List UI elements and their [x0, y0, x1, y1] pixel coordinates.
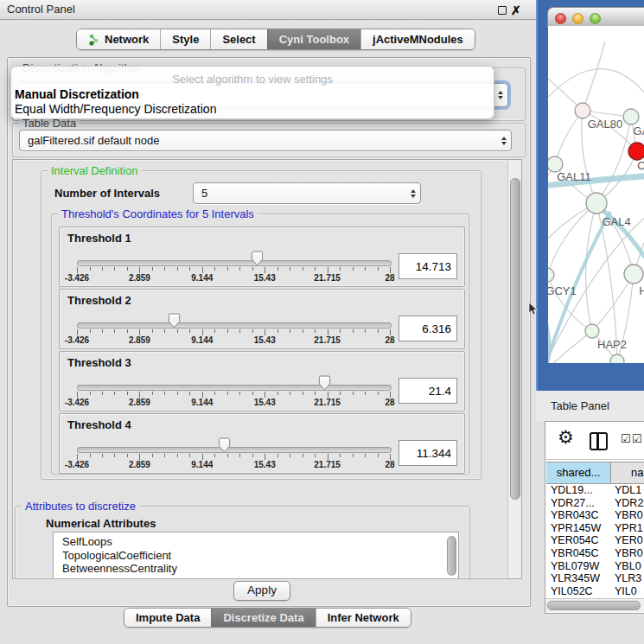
threshold-4-slider-track[interactable] — [77, 447, 392, 453]
network-node-label: HAP2 — [597, 338, 627, 351]
tab-label: Impute Data — [136, 611, 200, 624]
table-row[interactable]: YIL052CYIL0 — [546, 585, 644, 597]
traffic-light-close-icon[interactable] — [555, 13, 566, 24]
network-node-gal4[interactable] — [586, 193, 607, 214]
tick-label: 15.43 — [254, 398, 276, 407]
table-row[interactable]: YBL079WYBL0 — [546, 560, 644, 573]
apply-button[interactable]: Apply — [233, 581, 290, 601]
column-header-shared-name[interactable]: shared... — [546, 462, 611, 484]
tick-label: 9.144 — [191, 398, 213, 407]
table-hscrollbar-thumb[interactable] — [547, 601, 641, 610]
tick-label: -3.426 — [65, 398, 89, 407]
network-node-hap2[interactable] — [585, 324, 599, 338]
tick-label: 28 — [385, 335, 394, 345]
column-header-name[interactable]: na — [611, 462, 644, 484]
network-node-label: GAL4 — [602, 215, 630, 228]
close-icon[interactable]: ✗ — [511, 1, 521, 20]
network-canvas[interactable]: GAL80GACGAL11GAL4GCY1HHAP2 — [548, 26, 644, 363]
threshold-2-slider-thumb[interactable] — [168, 313, 181, 328]
threshold-4-slider-thumb[interactable] — [218, 437, 231, 453]
popup-option-manual-discretization[interactable]: Manual Discretization — [15, 87, 139, 101]
numerical-attributes-list[interactable]: SelfLoopsTopologicalCoefficientBetweenne… — [53, 532, 459, 579]
combo-arrows-icon[interactable] — [497, 137, 511, 145]
checkbox-checked-icon[interactable]: ☑ — [621, 432, 631, 445]
tab-label: jActiveMNodules — [373, 33, 463, 46]
thresholds-group-title: Threshold's Coordinates for 5 Intervals — [58, 207, 258, 220]
table-hscrollbar-track[interactable] — [545, 598, 644, 612]
tab-network[interactable]: Network — [77, 29, 160, 49]
table-row[interactable]: YLR345WYLR3 — [546, 572, 644, 585]
float-window-icon[interactable] — [498, 6, 507, 15]
spinner-arrows-icon[interactable] — [406, 189, 420, 198]
tick-label: 21.715 — [314, 460, 341, 469]
tick-label: 21.715 — [314, 335, 341, 345]
tick-label: 2.859 — [129, 335, 150, 345]
attribute-item-betweennesscentrality[interactable]: BetweennessCentrality — [54, 562, 458, 576]
attributes-group-title: Attributes to discretize — [22, 500, 139, 513]
threshold-label: Threshold 2 — [67, 294, 131, 307]
threshold-1-slider-thumb[interactable] — [251, 251, 264, 266]
table-data-select[interactable]: galFiltered.sif default node — [19, 130, 512, 151]
tab-discretize-data[interactable]: Discretize Data — [211, 609, 315, 627]
attribute-item-topologicalcoefficient[interactable]: TopologicalCoefficient — [54, 549, 458, 563]
threshold-1-value-field[interactable] — [399, 253, 457, 279]
threshold-2-value-field[interactable] — [399, 316, 457, 341]
threshold-3-slider-thumb[interactable] — [318, 375, 331, 391]
cell-shared-name: YIL052C — [551, 585, 611, 597]
tick-label: 28 — [385, 273, 394, 283]
screen: Control Panel ✗ NetworkStyleSelectCyni T… — [0, 0, 644, 644]
network-edge — [596, 205, 644, 258]
network-node-gcy1[interactable] — [548, 268, 554, 282]
table-panel-titlebar: Table Panel — [536, 391, 644, 421]
table-row[interactable]: YDR27...YDR2 — [546, 497, 644, 510]
panel-scrollbar-track[interactable] — [507, 160, 521, 578]
attribute-item-selfloops[interactable]: SelfLoops — [54, 535, 458, 549]
table-row[interactable]: YDL19...YDL1 — [546, 484, 644, 497]
threshold-2-slider-track[interactable] — [77, 322, 392, 328]
tick-label: -3.426 — [65, 335, 89, 345]
network-node-h[interactable] — [624, 265, 643, 284]
combo-arrows-icon[interactable] — [494, 91, 507, 99]
traffic-light-zoom-icon[interactable] — [590, 13, 601, 24]
network-node-ga[interactable] — [623, 109, 639, 124]
cell-shared-name: YLR345W — [551, 572, 611, 584]
table-row[interactable]: YER054CYER0 — [546, 534, 644, 547]
tab-jactivemnodules[interactable]: jActiveMNodules — [360, 29, 475, 49]
tab-label: Cyni Toolbox — [279, 33, 349, 46]
tab-select[interactable]: Select — [210, 29, 266, 49]
cell-shared-name: YPR145W — [551, 522, 611, 534]
popup-option-equal-width-frequency[interactable]: Equal Width/Frequency Discretization — [15, 102, 216, 116]
tick-label: -3.426 — [65, 460, 89, 469]
gear-icon[interactable]: ⚙ — [558, 427, 574, 448]
checkbox-checked-icon[interactable]: ☑ — [632, 432, 642, 445]
tick-label: 15.43 — [254, 335, 276, 345]
threshold-label: Threshold 4 — [67, 418, 131, 431]
threshold-4-panel: Threshold 4-3.4262.8599.14415.4321.71528 — [59, 413, 465, 474]
table-toolbar: ⚙ ☑ ☑ — [545, 421, 644, 460]
cell-name: YDR2 — [615, 497, 643, 509]
panel-scrollbar-thumb[interactable] — [510, 178, 520, 500]
traffic-light-minimize-icon[interactable] — [572, 13, 583, 24]
split-columns-icon[interactable] — [590, 432, 608, 450]
number-of-intervals-value: 5 — [194, 187, 406, 200]
threshold-1-slider-track[interactable] — [77, 260, 392, 266]
table-row[interactable]: YBR043CYBR0 — [546, 509, 644, 522]
table-row[interactable]: YBR045CYBR0 — [546, 547, 644, 560]
tab-impute-data[interactable]: Impute Data — [124, 609, 211, 627]
bottom-tab-bar: Impute DataDiscretize DataInfer Network — [124, 608, 411, 628]
threshold-3-value-field[interactable] — [399, 378, 457, 404]
tab-style[interactable]: Style — [160, 29, 210, 49]
network-edge — [552, 331, 592, 363]
number-of-intervals-spinner[interactable]: 5 — [193, 182, 421, 204]
control-panel-title: Control Panel — [7, 0, 75, 19]
tab-infer-network[interactable]: Infer Network — [316, 609, 411, 627]
network-node[interactable] — [610, 354, 624, 363]
attributes-list-scrollbar[interactable] — [447, 536, 456, 576]
network-node-c[interactable] — [628, 143, 644, 160]
table-row[interactable]: YPR145WYPR1 — [546, 522, 644, 535]
threshold-4-value-field[interactable] — [399, 440, 457, 466]
threshold-3-slider-track[interactable] — [77, 385, 392, 391]
tick-label: 28 — [385, 460, 394, 469]
network-node-gal80[interactable] — [575, 103, 590, 118]
tab-cyni-toolbox[interactable]: Cyni Toolbox — [267, 29, 360, 49]
